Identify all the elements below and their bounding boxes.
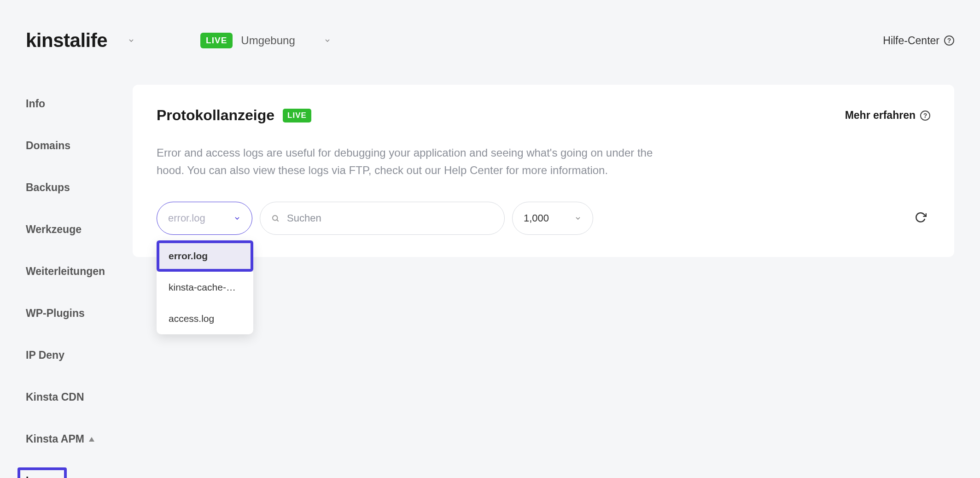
sidebar-item-label: WP-Plugins [26, 307, 85, 320]
dropdown-option-error-log[interactable]: error.log [157, 240, 253, 272]
sidebar-item-wp-plugins[interactable]: WP-Plugins [26, 300, 133, 327]
environment-dropdown[interactable] [318, 31, 337, 50]
triangle-up-icon [89, 437, 94, 442]
refresh-button[interactable] [911, 208, 930, 229]
sidebar-item-label: Backups [26, 181, 70, 194]
live-badge: LIVE [200, 33, 233, 48]
sidebar-item-ip-deny[interactable]: IP Deny [26, 342, 133, 369]
controls-row: error.log 1,000 error.log ki [157, 202, 930, 235]
row-count-value: 1,000 [524, 212, 549, 224]
sidebar-item-kinsta-cdn[interactable]: Kinsta CDN [26, 384, 133, 411]
log-type-select[interactable]: error.log [157, 202, 252, 235]
sidebar-item-label: Weiterleitungen [26, 265, 105, 278]
sidebar-item-redirects[interactable]: Weiterleitungen [26, 258, 133, 285]
page-title: Protokollanzeige [157, 107, 274, 124]
description-text: Error and access logs are useful for deb… [157, 144, 682, 180]
chevron-down-icon [128, 37, 135, 44]
dropdown-option-kinsta-cache[interactable]: kinsta-cache-… [157, 272, 253, 303]
chevron-down-icon [324, 37, 331, 44]
sidebar-item-label: Info [26, 98, 45, 110]
sidebar-item-label: Logs [26, 475, 51, 478]
dropdown-option-access-log[interactable]: access.log [157, 303, 253, 334]
sidebar-item-logs[interactable]: Logs [26, 467, 133, 478]
sidebar-item-label: Kinsta APM [26, 433, 84, 445]
row-count-select[interactable]: 1,000 [512, 202, 593, 235]
search-input[interactable] [287, 212, 493, 224]
site-switcher-dropdown[interactable] [122, 31, 140, 50]
help-center-link[interactable]: Hilfe-Center ? [883, 35, 954, 47]
info-icon: ? [920, 111, 930, 121]
sidebar-item-tools[interactable]: Werkzeuge [26, 216, 133, 243]
help-center-label: Hilfe-Center [883, 35, 939, 47]
sidebar-item-info[interactable]: Info [26, 90, 133, 117]
sidebar-item-label: Werkzeuge [26, 223, 82, 236]
svg-line-1 [277, 220, 278, 221]
sidebar-item-backups[interactable]: Backups [26, 174, 133, 201]
search-icon [271, 214, 280, 222]
main-content: Protokollanzeige LIVE Mehr erfahren ? Er… [133, 64, 954, 478]
log-viewer-card: Protokollanzeige LIVE Mehr erfahren ? Er… [133, 85, 954, 257]
sidebar-item-label: IP Deny [26, 349, 64, 361]
sidebar: Info Domains Backups Werkzeuge Weiterlei… [26, 64, 133, 478]
site-name: kinstalife [26, 29, 107, 52]
learn-more-link[interactable]: Mehr erfahren ? [845, 109, 930, 122]
sidebar-item-label: Kinsta CDN [26, 391, 84, 403]
chevron-down-icon [233, 215, 241, 222]
log-type-value: error.log [168, 212, 205, 224]
refresh-icon [915, 211, 927, 223]
chevron-down-icon [574, 215, 582, 222]
sidebar-item-domains[interactable]: Domains [26, 132, 133, 159]
svg-point-0 [273, 216, 278, 221]
live-badge-small: LIVE [283, 109, 311, 122]
log-type-dropdown: error.log kinsta-cache-… access.log [157, 240, 253, 334]
search-field-wrapper [260, 202, 505, 235]
sidebar-item-kinsta-apm[interactable]: Kinsta APM [26, 426, 133, 453]
sidebar-item-label: Domains [26, 140, 70, 152]
learn-more-label: Mehr erfahren [845, 109, 916, 122]
help-icon: ? [944, 35, 954, 46]
environment-label: Umgebung [241, 34, 295, 47]
